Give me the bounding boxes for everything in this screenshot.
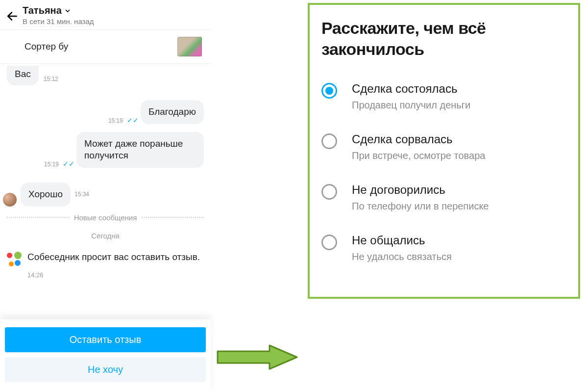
message-time: 15:19	[40, 161, 63, 168]
option-title: Сделка состоялась	[352, 82, 470, 96]
listing-title: Сортер бу	[24, 41, 68, 52]
message-bubble: Вас	[7, 66, 39, 85]
option-subtitle: Продавец получил деньги	[352, 100, 470, 111]
messages-area: Вас 15:12 15:19 ✓✓ Благодарю 15:19 ✓✓ Мо…	[0, 64, 211, 319]
system-message-text: Собеседник просит вас оставить отзыв.	[27, 251, 200, 263]
option-title: Сделка сорвалась	[352, 132, 485, 146]
action-buttons: Оставить отзыв Не хочу	[0, 319, 211, 392]
option-no-agreement[interactable]: Не договорились По телефону или в перепи…	[321, 183, 562, 212]
message-out: 15:19 ✓✓ Благодарю	[0, 98, 211, 126]
avito-logo-icon	[7, 252, 22, 266]
decline-review-button[interactable]: Не хочу	[5, 357, 206, 382]
message-time: 15:19	[104, 117, 127, 124]
divider-label: Новые сообщения	[74, 213, 137, 222]
option-deal-failed[interactable]: Сделка сорвалась При встрече, осмотре то…	[321, 132, 562, 161]
message-in-clipped: Вас 15:12	[0, 64, 211, 85]
radio-icon[interactable]	[321, 83, 337, 99]
listing-thumbnail	[177, 37, 202, 56]
listing-row[interactable]: Сортер бу	[0, 30, 211, 64]
read-checks-icon: ✓✓	[63, 160, 76, 168]
radio-icon[interactable]	[321, 235, 337, 250]
system-message-time: 14:26	[0, 268, 211, 279]
option-title: Не общались	[352, 234, 452, 247]
leave-review-button[interactable]: Оставить отзыв	[5, 327, 206, 352]
message-bubble: Хорошо	[21, 183, 71, 207]
message-bubble: Благодарю	[141, 100, 204, 124]
message-bubble: Может даже пораньше получится	[76, 132, 204, 168]
message-in: Хорошо 15:34	[0, 181, 211, 209]
read-checks-icon: ✓✓	[127, 116, 141, 124]
option-deal-done[interactable]: Сделка состоялась Продавец получил деньг…	[321, 82, 562, 111]
option-no-contact[interactable]: Не общались Не удалось связаться	[321, 234, 562, 262]
message-time: 15:12	[39, 76, 58, 85]
option-subtitle: По телефону или в переписке	[352, 201, 489, 212]
contact-name-text: Татьяна	[23, 5, 62, 16]
chat-header: Татьяна В сети 31 мин. назад	[0, 0, 211, 30]
message-out: 15:19 ✓✓ Может даже пораньше получится	[0, 130, 211, 170]
chevron-down-icon	[64, 7, 72, 15]
system-message: Собеседник просит вас оставить отзыв.	[0, 249, 211, 268]
contact-avatar[interactable]	[3, 193, 17, 207]
annotation-arrow-icon	[216, 343, 299, 371]
contact-status: В сети 31 мин. назад	[23, 17, 204, 26]
radio-icon[interactable]	[321, 184, 337, 200]
option-title: Не договорились	[352, 183, 489, 197]
date-label: Сегодня	[0, 227, 211, 249]
back-arrow-icon[interactable]	[4, 8, 21, 25]
radio-icon[interactable]	[321, 133, 337, 149]
message-time: 15:34	[71, 191, 93, 198]
new-messages-divider: Новые сообщения	[0, 209, 211, 227]
panel-title: Расскажите, чем всё закончилось	[321, 18, 562, 59]
svg-marker-1	[218, 345, 297, 369]
chat-panel: Татьяна В сети 31 мин. назад Сортер бу В…	[0, 0, 211, 392]
contact-name[interactable]: Татьяна	[23, 5, 204, 16]
option-subtitle: При встрече, осмотре товара	[352, 150, 485, 161]
option-subtitle: Не удалось связаться	[352, 251, 452, 262]
review-outcome-panel: Расскажите, чем всё закончилось Сделка с…	[308, 3, 580, 299]
